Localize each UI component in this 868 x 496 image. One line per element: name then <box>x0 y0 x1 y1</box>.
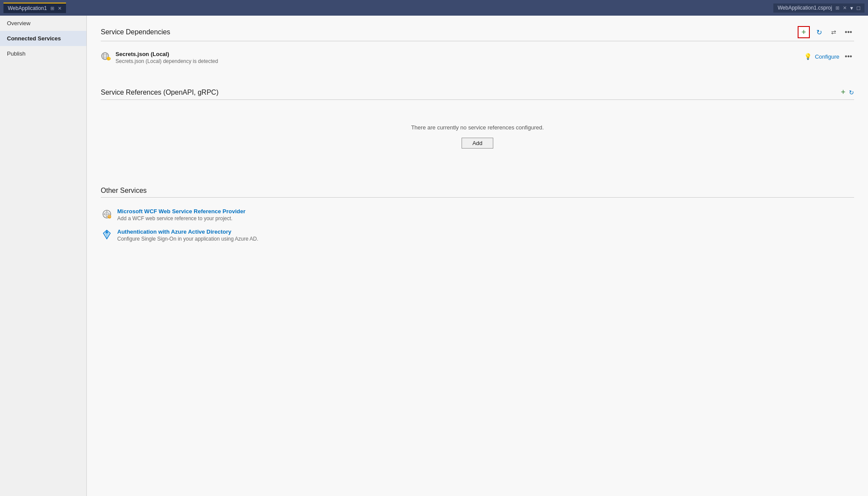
project-name-label: WebApplication1.csproj <box>778 5 832 11</box>
service-dependencies-actions: + ↻ ⇄ ••• <box>798 26 854 38</box>
add-plus-icon: + <box>802 28 806 37</box>
secrets-icon: 🔑 <box>101 51 111 61</box>
svg-text:🔑: 🔑 <box>108 57 111 61</box>
azure-ad-icon <box>101 228 113 241</box>
other-services-section: Other Services <box>101 187 854 245</box>
service-dependencies-title: Service Dependencies <box>101 28 170 36</box>
secrets-svg-icon: 🔑 <box>101 51 111 61</box>
share-icon: ⇄ <box>831 29 836 36</box>
title-bar-right: WebApplication1.csproj ⊞ ✕ ▾ □ <box>773 3 865 13</box>
service-dependencies-section: Service Dependencies + ↻ ⇄ ••• <box>101 26 854 67</box>
dependency-more-button[interactable]: ••• <box>843 51 854 62</box>
empty-state-text: There are currently no service reference… <box>109 124 845 131</box>
other-services-title: Other Services <box>101 187 147 195</box>
refresh-service-references-button[interactable]: ↻ <box>849 89 854 96</box>
add-service-reference-label: Add <box>472 140 482 146</box>
azure-ad-service-name[interactable]: Authentication with Azure Active Directo… <box>117 228 258 235</box>
azure-ad-service-info: Authentication with Azure Active Directo… <box>117 228 258 242</box>
dependency-item-secrets: 🔑 Secrets.json (Local) Secrets.json (Loc… <box>101 48 854 67</box>
wcf-service-info: Microsoft WCF Web Service Reference Prov… <box>117 208 245 222</box>
wcf-icon <box>101 208 113 220</box>
tab-close-icon[interactable]: ✕ <box>58 6 62 11</box>
sidebar-item-overview[interactable]: Overview <box>0 16 86 31</box>
service-dependencies-header: Service Dependencies + ↻ ⇄ ••• <box>101 26 854 41</box>
configure-label: Configure <box>815 53 839 60</box>
service-item-wcf: Microsoft WCF Web Service Reference Prov… <box>101 205 854 225</box>
title-bar: WebApplication1 ⊞ ✕ WebApplication1.cspr… <box>0 0 868 16</box>
proj-pin-icon[interactable]: ⊞ <box>835 5 839 11</box>
dependency-info: Secrets.json (Local) Secrets.json (Local… <box>116 51 804 64</box>
sidebar: Overview Connected Services Publish <box>0 16 87 496</box>
other-services-header: Other Services <box>101 187 854 198</box>
dependency-description: Secrets.json (Local) dependency is detec… <box>116 58 804 64</box>
bulb-icon: 💡 <box>804 53 812 60</box>
service-item-azure-ad: Authentication with Azure Active Directo… <box>101 225 854 245</box>
service-references-title: Service References (OpenAPI, gRPC) <box>101 89 218 96</box>
azure-ad-service-description: Configure Single Sign-On in your applica… <box>117 236 258 242</box>
refresh-dependencies-button[interactable]: ↻ <box>813 26 825 38</box>
add-service-dependency-button[interactable]: + <box>798 26 810 38</box>
service-references-actions: + ↻ <box>841 88 854 97</box>
more-dependencies-button[interactable]: ••• <box>843 26 854 38</box>
tab-pin-icon[interactable]: ⊞ <box>50 6 54 11</box>
active-tab[interactable]: WebApplication1 ⊞ ✕ <box>3 3 66 13</box>
proj-close-icon[interactable]: ✕ <box>843 5 847 11</box>
wcf-service-name[interactable]: Microsoft WCF Web Service Reference Prov… <box>117 208 245 215</box>
dependency-more-icon: ••• <box>845 53 852 60</box>
sidebar-overview-label: Overview <box>7 20 30 26</box>
sidebar-connected-services-label: Connected Services <box>7 35 61 42</box>
dependency-actions: 💡 Configure ••• <box>804 51 854 62</box>
maximize-icon[interactable]: □ <box>857 5 860 11</box>
add-service-reference-button[interactable]: + <box>841 88 845 97</box>
chevron-down-icon[interactable]: ▾ <box>850 5 853 11</box>
add-service-reference-secondary-button[interactable]: Add <box>462 138 493 149</box>
project-tab[interactable]: WebApplication1.csproj ⊞ ✕ ▾ □ <box>773 3 865 13</box>
tab-label: WebApplication1 <box>8 5 47 11</box>
wcf-service-description: Add a WCF web service reference to your … <box>117 215 245 222</box>
refresh-icon: ↻ <box>816 28 822 36</box>
service-references-empty-state: There are currently no service reference… <box>101 107 854 166</box>
dependency-name: Secrets.json (Local) <box>116 51 804 57</box>
more-dots-icon: ••• <box>845 28 852 36</box>
sidebar-item-connected-services[interactable]: Connected Services <box>0 31 86 46</box>
service-references-header: Service References (OpenAPI, gRPC) + ↻ <box>101 88 854 100</box>
sidebar-publish-label: Publish <box>7 50 26 57</box>
service-references-section: Service References (OpenAPI, gRPC) + ↻ T… <box>101 88 854 166</box>
svg-point-12 <box>109 216 110 218</box>
content-area: Service Dependencies + ↻ ⇄ ••• <box>87 16 868 496</box>
main-layout: Overview Connected Services Publish Serv… <box>0 16 868 496</box>
configure-link[interactable]: Configure <box>815 53 839 60</box>
title-bar-left: WebApplication1 ⊞ ✕ <box>3 3 66 13</box>
share-dependencies-button[interactable]: ⇄ <box>828 26 839 38</box>
sidebar-item-publish[interactable]: Publish <box>0 46 86 61</box>
